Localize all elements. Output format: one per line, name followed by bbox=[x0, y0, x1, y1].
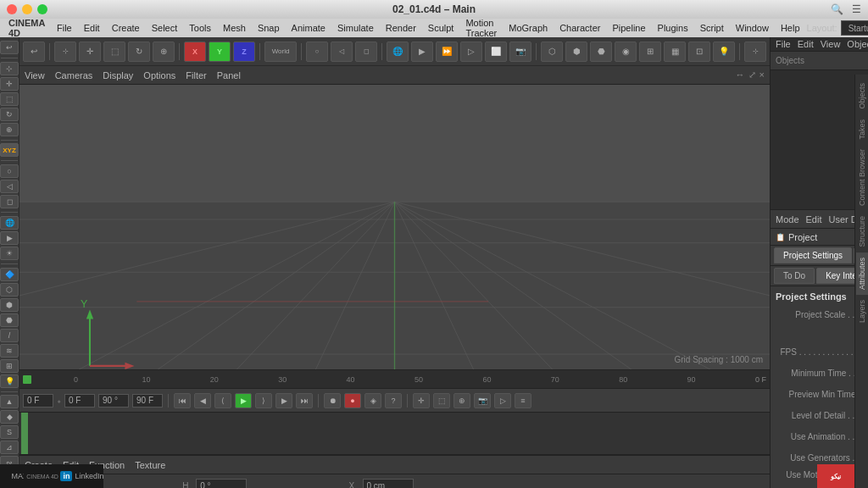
tb-render3[interactable]: ▷ bbox=[460, 42, 482, 62]
tool-undo[interactable]: ↩ bbox=[0, 41, 19, 54]
menu-render[interactable]: Render bbox=[381, 21, 421, 35]
tab-todo[interactable]: To Do bbox=[774, 268, 815, 284]
menu-window[interactable]: Window bbox=[731, 21, 774, 35]
tool-polygons[interactable]: ◻ bbox=[0, 195, 19, 208]
tool-light-obj[interactable]: 💡 bbox=[0, 374, 19, 388]
tb-poly-mode[interactable]: ◻ bbox=[355, 42, 377, 62]
tool-select[interactable]: ⊹ bbox=[0, 62, 19, 75]
menu-tools[interactable]: Tools bbox=[184, 21, 216, 35]
btn-prev-key[interactable]: ⟨ bbox=[214, 393, 231, 408]
tb-world[interactable]: World bbox=[264, 42, 297, 62]
btn-keyframe[interactable]: ◈ bbox=[364, 393, 381, 408]
attr-edit[interactable]: Edit bbox=[806, 214, 822, 225]
minimize-button[interactable] bbox=[22, 4, 32, 14]
vp-menu-options[interactable]: Options bbox=[143, 70, 175, 80]
btn-prev-frame[interactable]: ◀ bbox=[194, 393, 211, 408]
vp-menu-panel[interactable]: Panel bbox=[217, 70, 241, 80]
rp-menu-file[interactable]: File bbox=[776, 39, 791, 49]
tb-deform2[interactable]: ⬢ bbox=[565, 42, 587, 62]
tb-deform1[interactable]: ⬡ bbox=[541, 42, 563, 62]
tool-deform[interactable]: ⬢ bbox=[0, 298, 19, 312]
vp-menu-cameras[interactable]: Cameras bbox=[55, 70, 93, 80]
vp-menu-filter[interactable]: Filter bbox=[186, 70, 206, 80]
close-button[interactable] bbox=[7, 4, 17, 14]
rp-menu-edit[interactable]: Edit bbox=[798, 39, 814, 49]
tb-z[interactable]: Z bbox=[233, 42, 255, 62]
tb-texture1[interactable]: 🌐 bbox=[387, 42, 409, 62]
btn-tl-motion-clip[interactable]: ≡ bbox=[515, 393, 531, 408]
menu-animate[interactable]: Animate bbox=[287, 21, 331, 35]
menu-motion-tracker[interactable]: Motion Tracker bbox=[460, 16, 502, 40]
tb-undo[interactable]: ↩ bbox=[23, 42, 45, 62]
side-tab-objects[interactable]: Objects bbox=[856, 78, 868, 114]
tool-scene[interactable]: ⬡ bbox=[0, 283, 19, 297]
btn-record[interactable]: ⏺ bbox=[324, 393, 341, 408]
coord-sx-input[interactable] bbox=[363, 479, 414, 488]
menu-character[interactable]: Character bbox=[554, 21, 605, 35]
tool-move[interactable]: ✛ bbox=[0, 77, 19, 91]
tool-sketch[interactable]: / bbox=[0, 329, 19, 342]
side-tab-attributes[interactable]: Attributes bbox=[856, 252, 868, 295]
btn-next-frame[interactable]: ▶ bbox=[275, 393, 292, 408]
tb-move[interactable]: ✛ bbox=[79, 42, 101, 62]
menu-plugins[interactable]: Plugins bbox=[653, 21, 693, 35]
menu-sculpt[interactable]: Sculpt bbox=[423, 21, 459, 35]
vp-icon-maximize[interactable]: ⤢ bbox=[748, 69, 756, 80]
tb-y[interactable]: Y bbox=[209, 42, 231, 62]
menu-edit[interactable]: Edit bbox=[79, 21, 105, 35]
coord-h-input[interactable] bbox=[196, 479, 247, 488]
btn-tl-render[interactable]: ▷ bbox=[494, 393, 511, 408]
current-frame-input[interactable] bbox=[23, 394, 53, 408]
side-tab-structure[interactable]: Structure bbox=[856, 211, 868, 252]
tool-all[interactable]: ⊕ bbox=[0, 123, 19, 136]
btn-tl-camera[interactable]: 📷 bbox=[474, 393, 491, 408]
layout-select[interactable]: Startup bbox=[841, 20, 868, 36]
tool-mograph[interactable]: ⬣ bbox=[0, 313, 19, 327]
btn-play[interactable]: ▶ bbox=[235, 393, 252, 408]
viewport[interactable]: Perspective bbox=[19, 85, 770, 369]
timeline-tracks[interactable] bbox=[19, 413, 770, 455]
btn-next-key[interactable]: ⟩ bbox=[255, 393, 272, 408]
menu-simulate[interactable]: Simulate bbox=[332, 21, 379, 35]
tool-render[interactable]: ▶ bbox=[0, 231, 19, 245]
tb-deform3[interactable]: ⬣ bbox=[590, 42, 612, 62]
search-icon[interactable]: 🔍 bbox=[831, 3, 843, 15]
btn-go-start[interactable]: ⏮ bbox=[174, 393, 191, 408]
menu-help[interactable]: Help bbox=[776, 21, 805, 35]
menu-mesh[interactable]: Mesh bbox=[218, 21, 251, 35]
menu-create[interactable]: Create bbox=[107, 21, 145, 35]
tb-render4[interactable]: ⬜ bbox=[485, 42, 507, 62]
tb-render1[interactable]: ▶ bbox=[411, 42, 433, 62]
tool-scale[interactable]: ⬚ bbox=[0, 92, 19, 106]
tb-deform7[interactable]: ⊡ bbox=[688, 42, 710, 62]
btn-tl-move[interactable]: ✛ bbox=[413, 393, 430, 408]
tb-points-mode[interactable]: ○ bbox=[306, 42, 328, 62]
vp-menu-display[interactable]: Display bbox=[103, 70, 133, 80]
tab-project-settings[interactable]: Project Settings bbox=[774, 247, 852, 263]
btn-go-end[interactable]: ⏭ bbox=[296, 393, 313, 408]
maximize-button[interactable] bbox=[37, 4, 47, 14]
rp-menu-objects[interactable]: Objects bbox=[847, 39, 868, 49]
frame-value-input[interactable] bbox=[64, 394, 95, 408]
tb-edges-mode[interactable]: ◁ bbox=[331, 42, 353, 62]
tool-texture[interactable]: 🌐 bbox=[0, 216, 19, 230]
menu-icon[interactable]: ☰ bbox=[852, 3, 861, 15]
tool-object-mode[interactable]: XYZ bbox=[0, 143, 19, 157]
side-tab-layers[interactable]: Layers bbox=[856, 295, 868, 328]
tool-bottom3[interactable]: S bbox=[0, 425, 19, 439]
tl-menu-texture[interactable]: Texture bbox=[135, 460, 165, 470]
side-tab-content-browser[interactable]: Content Browser bbox=[856, 144, 868, 211]
tool-lights[interactable]: ☀ bbox=[0, 247, 19, 260]
tb-deform4[interactable]: ◉ bbox=[615, 42, 637, 62]
tb-select[interactable]: ⊹ bbox=[54, 42, 76, 62]
vp-menu-view[interactable]: View bbox=[25, 70, 45, 80]
tb-deform5[interactable]: ⊞ bbox=[639, 42, 661, 62]
tb-render5[interactable]: 📷 bbox=[509, 42, 531, 62]
menu-script[interactable]: Script bbox=[695, 21, 729, 35]
tool-snap[interactable]: 🔷 bbox=[0, 268, 19, 281]
tool-bottom1[interactable]: ▲ bbox=[0, 395, 19, 408]
rotation-input[interactable] bbox=[98, 394, 129, 408]
attr-mode[interactable]: Mode bbox=[776, 214, 799, 225]
tool-grid[interactable]: ⊞ bbox=[0, 359, 19, 373]
tool-bottom2[interactable]: ◆ bbox=[0, 410, 19, 424]
